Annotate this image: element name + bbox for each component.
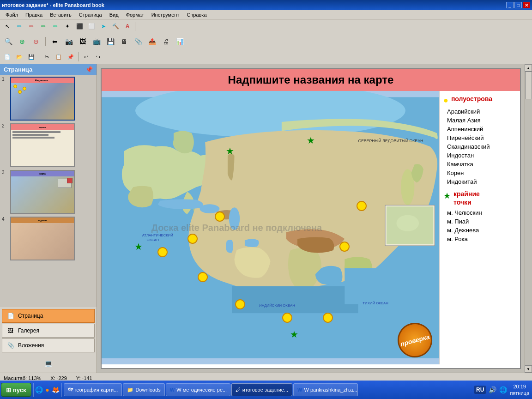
tool-fill2[interactable]: ⬜ bbox=[86, 21, 97, 31]
tool-copy[interactable]: 📋 bbox=[53, 52, 64, 62]
peninsula-kamchatka: Камчатка bbox=[443, 160, 516, 169]
tool-camera[interactable]: 📷 bbox=[62, 35, 75, 48]
tool-back[interactable]: ⬅ bbox=[48, 35, 61, 48]
peninsula-apennine: Аппенинский bbox=[443, 125, 516, 133]
peninsula-asia-minor: Малая Азия bbox=[443, 116, 516, 125]
maximize-button[interactable]: □ bbox=[514, 2, 522, 8]
tool-stamp[interactable]: 🔨 bbox=[110, 21, 121, 31]
tool-media-1[interactable]: 🔍 bbox=[2, 35, 15, 48]
nav-pages[interactable]: 📄 Страница bbox=[2, 309, 95, 323]
tool-new[interactable]: 📄 bbox=[2, 52, 13, 62]
tool-media-4[interactable]: 🖥 bbox=[118, 35, 131, 48]
point-piai: м. Пиай bbox=[443, 217, 516, 226]
tool-pen2[interactable]: ✏ bbox=[26, 21, 37, 31]
menu-help[interactable]: Справка bbox=[183, 11, 210, 18]
menu-format[interactable]: Формат bbox=[122, 11, 148, 18]
svg-text:ИНДИЙСКИЙ ОКЕАН: ИНДИЙСКИЙ ОКЕАН bbox=[259, 303, 295, 308]
svg-point-3 bbox=[229, 207, 240, 230]
start-button[interactable]: ⊞ пуск bbox=[1, 383, 31, 397]
taskbar-item-2[interactable]: W W методические ре... bbox=[166, 383, 230, 396]
tool-cut[interactable]: ✂ bbox=[41, 52, 52, 62]
tool-select[interactable]: ↖ bbox=[2, 21, 13, 31]
page-thumbnail-3[interactable]: карта bbox=[10, 170, 75, 214]
tool-redo[interactable]: ↪ bbox=[92, 52, 103, 62]
page-thumb-4[interactable]: 4 задание bbox=[2, 217, 95, 260]
taskbar-sep-1 bbox=[33, 383, 34, 397]
tool-pen3[interactable]: ✏ bbox=[38, 21, 49, 31]
page-thumbnail-1[interactable]: Надпишите... bbox=[10, 77, 75, 121]
peninsula-korea: Корея bbox=[443, 169, 516, 177]
page-thumb-3[interactable]: 3 карта bbox=[2, 170, 95, 214]
nav-gallery-label: Галерея bbox=[18, 327, 39, 334]
lang-indicator[interactable]: RU bbox=[474, 386, 486, 394]
nav-attachments[interactable]: 📎 Вложения bbox=[2, 339, 95, 352]
tool-zoom-out[interactable]: ⊖ bbox=[30, 35, 42, 48]
clock-day: пятница bbox=[510, 390, 529, 396]
taskbar: ⊞ пуск 🌐 ● 🦊 🗺 география карти... 📁 Down… bbox=[0, 381, 532, 399]
gallery-icon: 🖼 bbox=[6, 326, 15, 335]
sidebar-pages[interactable]: 1 Надпишите... 2 задания bbox=[0, 75, 97, 307]
task-1-label: Downloads bbox=[135, 387, 160, 393]
start-windows-icon: ⊞ bbox=[6, 387, 11, 393]
peninsula-indostan: Индостан bbox=[443, 151, 516, 160]
tool-export[interactable]: 📤 bbox=[145, 35, 158, 48]
tool-media-3[interactable]: 💾 bbox=[104, 35, 117, 48]
taskbar-item-0[interactable]: 🗺 география карти... bbox=[64, 383, 122, 396]
menu-insert[interactable]: Вставить bbox=[46, 11, 75, 18]
panel-divider bbox=[443, 186, 516, 190]
quicklaunch-ie[interactable]: 🌐 bbox=[36, 386, 43, 393]
tool-clip[interactable]: 📎 bbox=[132, 35, 145, 48]
task-3-icon: 🖊 bbox=[236, 387, 241, 393]
nav-gallery[interactable]: 🖼 Галерея bbox=[2, 324, 95, 338]
tool-media-6[interactable]: 📊 bbox=[173, 35, 186, 48]
minimize-button[interactable]: _ bbox=[506, 2, 514, 8]
taskbar-item-1[interactable]: 📁 Downloads bbox=[123, 383, 164, 396]
menu-tool[interactable]: Инструмент bbox=[148, 11, 183, 18]
menu-view[interactable]: Вид bbox=[106, 11, 122, 18]
vertical-scrollbar[interactable]: ▲ ▼ bbox=[525, 64, 532, 373]
sidebar-nav: 📄 Страница 🖼 Галерея 📎 Вложения bbox=[0, 307, 97, 354]
menu-file[interactable]: Файл bbox=[2, 11, 22, 18]
page-num-1: 1 bbox=[2, 77, 8, 82]
scroll-down-btn[interactable]: ▼ bbox=[525, 365, 532, 373]
quicklaunch-firefox[interactable]: 🦊 bbox=[52, 386, 60, 393]
page-num-4: 4 bbox=[2, 217, 8, 222]
tool-media-insert[interactable]: 🖼 bbox=[76, 35, 89, 48]
tool-save[interactable]: 💾 bbox=[26, 52, 37, 62]
tool-media-2[interactable]: 📺 bbox=[90, 35, 103, 48]
sidebar-pin[interactable]: 📌 bbox=[85, 66, 93, 73]
volume-icon[interactable]: 🌐 bbox=[499, 386, 507, 393]
page-thumbnail-2[interactable]: задания bbox=[10, 123, 75, 167]
sidebar-bottom-btn[interactable]: 💻 bbox=[42, 357, 55, 370]
tool-fill1[interactable]: ⬛ bbox=[74, 21, 85, 31]
tool-zoom-in[interactable]: ⊕ bbox=[16, 35, 29, 48]
tool-paste[interactable]: 📌 bbox=[65, 52, 76, 62]
page-num-3: 3 bbox=[2, 170, 8, 175]
map-svg: СЕВЕРНЫЙ ЛЕДОВИТЫЙ ОКЕАН АТЛАНТИЧЕСКИЙ О… bbox=[102, 91, 439, 364]
slide-body: СЕВЕРНЫЙ ЛЕДОВИТЫЙ ОКЕАН АТЛАНТИЧЕСКИЙ О… bbox=[102, 91, 520, 364]
page-thumb-2[interactable]: 2 задания bbox=[2, 123, 95, 167]
green-star-icon: ★ bbox=[443, 191, 451, 201]
taskbar-item-4[interactable]: W W pankrashkina_zh.a... bbox=[293, 383, 358, 396]
menu-page[interactable]: Страница bbox=[75, 11, 106, 18]
menu-edit[interactable]: Правка bbox=[22, 11, 46, 18]
tool-shape[interactable]: ✦ bbox=[62, 21, 73, 31]
taskbar-sep-2 bbox=[61, 383, 62, 397]
task-3-label: итоговое задание... bbox=[242, 387, 288, 393]
task-4-label: W pankrashkina_zh.a... bbox=[304, 387, 357, 393]
page-thumbnail-4[interactable]: задание bbox=[10, 217, 75, 260]
quicklaunch-chrome[interactable]: ● bbox=[44, 386, 51, 393]
tool-undo[interactable]: ↩ bbox=[80, 52, 91, 62]
tool-pen1[interactable]: ✏ bbox=[14, 21, 25, 31]
tool-open[interactable]: 📂 bbox=[14, 52, 25, 62]
content-area: ▲ ▼ Надпишите названия на карте bbox=[97, 64, 532, 373]
tool-media-5[interactable]: 🖨 bbox=[159, 35, 172, 48]
scroll-up-btn[interactable]: ▲ bbox=[525, 64, 532, 72]
tool-arrow[interactable]: ➤ bbox=[98, 21, 109, 31]
tool-text[interactable]: A bbox=[122, 21, 133, 31]
taskbar-item-3[interactable]: 🖊 итоговое задание... bbox=[231, 383, 292, 396]
tool-pen4[interactable]: ✏ bbox=[50, 21, 61, 31]
close-button[interactable]: ✕ bbox=[523, 2, 530, 8]
page-thumb-1[interactable]: 1 Надпишите... bbox=[2, 77, 95, 121]
peninsula-scandinavian: Скандинавский bbox=[443, 142, 516, 151]
